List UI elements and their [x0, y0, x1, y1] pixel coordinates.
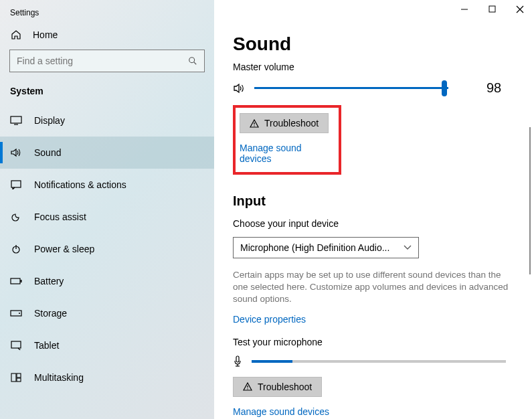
svg-rect-14 [17, 378, 21, 382]
input-section-title: Input [233, 193, 513, 209]
volume-value: 98 [486, 80, 501, 96]
troubleshoot-label: Troubleshoot [258, 382, 312, 392]
notifications-icon [10, 180, 22, 189]
home-button[interactable]: Home [0, 23, 214, 50]
sidebar-item-display[interactable]: Display [0, 104, 214, 137]
svg-rect-16 [489, 6, 495, 12]
search-input[interactable] [17, 56, 188, 66]
manage-sound-link-2[interactable]: Manage sound devices [233, 406, 329, 417]
svg-rect-11 [11, 341, 21, 348]
scrollbar[interactable] [529, 127, 531, 274]
info-text: Certain apps may be set up to use differ… [233, 269, 513, 306]
svg-rect-12 [11, 373, 16, 382]
warning-icon [250, 119, 259, 128]
master-volume-label: Master volume [233, 62, 513, 72]
svg-rect-13 [17, 373, 21, 378]
sidebar-item-label: Battery [34, 276, 64, 286]
minimize-button[interactable] [460, 5, 468, 13]
manage-sound-link[interactable]: Manage sound devices [240, 143, 302, 164]
device-properties-link[interactable]: Device properties [233, 314, 306, 325]
highlight-annotation: Troubleshoot Manage sound devices [233, 105, 341, 175]
volume-slider[interactable] [254, 87, 448, 89]
mic-level-bar [252, 360, 506, 363]
svg-rect-21 [236, 356, 239, 362]
sidebar-item-label: Tablet [34, 340, 59, 351]
sidebar-item-multitasking[interactable]: Multitasking [0, 361, 214, 394]
display-icon [10, 116, 22, 125]
home-label: Home [33, 29, 58, 40]
svg-point-20 [254, 125, 254, 126]
sidebar-item-battery[interactable]: Battery [0, 265, 214, 297]
test-mic-label: Test your microphone [233, 337, 513, 347]
multitasking-icon [10, 373, 22, 382]
svg-rect-2 [11, 116, 21, 123]
svg-rect-4 [11, 181, 21, 187]
focus-icon [10, 212, 22, 222]
input-device-value: Microphone (High Definition Audio... [240, 242, 389, 253]
search-icon [188, 56, 197, 66]
sidebar-item-label: Focus assist [34, 212, 86, 222]
home-icon [10, 29, 22, 40]
sidebar-item-notifications[interactable]: Notifications & actions [0, 169, 214, 201]
group-label: System [0, 80, 214, 104]
tablet-icon [10, 341, 22, 350]
input-device-select[interactable]: Microphone (High Definition Audio... [233, 237, 419, 258]
sidebar-item-storage[interactable]: Storage [0, 297, 214, 329]
troubleshoot-mic-button[interactable]: Troubleshoot [233, 377, 322, 397]
maximize-button[interactable] [489, 5, 496, 13]
sound-icon [10, 147, 22, 158]
window-controls [460, 5, 524, 13]
warning-icon [243, 382, 252, 391]
chevron-down-icon [404, 245, 412, 250]
search-input-wrapper[interactable] [9, 50, 205, 72]
sidebar-item-label: Sound [34, 147, 61, 158]
sidebar-item-label: Notifications & actions [34, 179, 126, 190]
sidebar-item-label: Display [34, 115, 65, 126]
sidebar-item-label: Storage [34, 308, 67, 319]
troubleshoot-label: Troubleshoot [264, 118, 319, 129]
sidebar-item-sound[interactable]: Sound [0, 137, 214, 169]
slider-thumb[interactable] [442, 80, 447, 96]
close-button[interactable] [516, 5, 524, 13]
window-title: Settings [0, 0, 214, 23]
choose-input-label: Choose your input device [233, 218, 513, 229]
power-icon [10, 244, 22, 254]
svg-point-0 [189, 58, 195, 63]
main-panel: Sound Master volume 98 Troubleshoot [214, 0, 532, 419]
page-title: Sound [233, 33, 513, 55]
microphone-icon [233, 355, 242, 367]
troubleshoot-button[interactable]: Troubleshoot [240, 113, 329, 133]
svg-point-25 [247, 388, 248, 389]
sidebar-item-focus[interactable]: Focus assist [0, 201, 214, 233]
sidebar-item-label: Power & sleep [34, 244, 94, 254]
svg-point-10 [19, 313, 20, 314]
speaker-icon[interactable] [233, 82, 246, 94]
sidebar-item-power[interactable]: Power & sleep [0, 233, 214, 265]
svg-rect-8 [21, 280, 22, 282]
battery-icon [10, 277, 22, 285]
svg-rect-7 [11, 278, 20, 284]
sidebar: Settings Home System Display Sound [0, 0, 214, 419]
sidebar-item-label: Multitasking [34, 372, 84, 383]
sidebar-item-tablet[interactable]: Tablet [0, 329, 214, 361]
svg-line-1 [194, 62, 197, 65]
storage-icon [10, 310, 22, 317]
